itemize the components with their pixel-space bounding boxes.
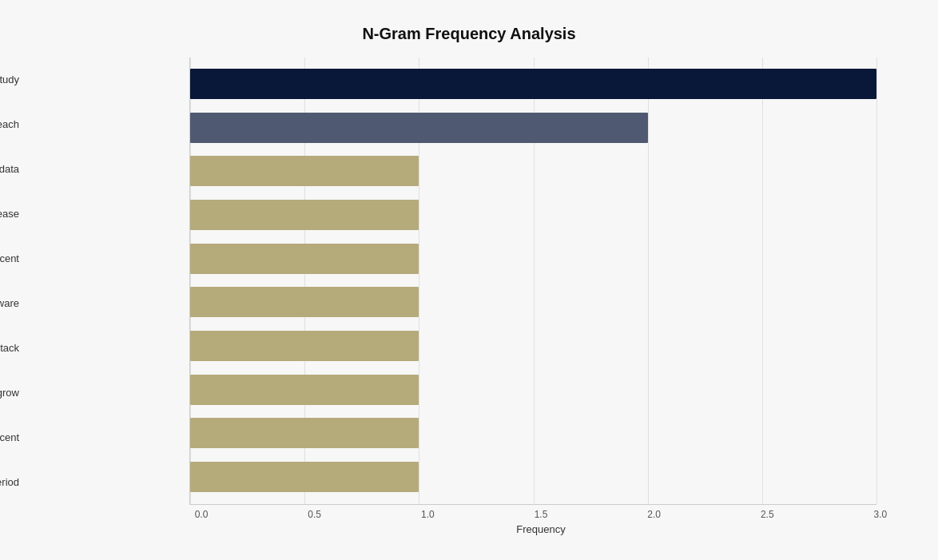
grid-line: [876, 58, 877, 504]
chart-container: N-Gram Frequency Analysis read case stud…: [14, 9, 924, 552]
x-tick-label: 3.0: [868, 509, 892, 520]
x-tick-label: 0.0: [189, 509, 213, 520]
y-label: read case study: [0, 58, 26, 102]
x-tick-label: 2.5: [755, 509, 779, 520]
bar-row: [190, 367, 876, 411]
y-axis-labels: read case studyhealthcare data breachhas…: [0, 58, 26, 505]
bar: [190, 418, 419, 448]
y-label: percent ransomware attack: [0, 326, 26, 371]
y-label: healthcare data breach: [0, 102, 26, 147]
bar: [190, 244, 419, 274]
bar: [190, 69, 876, 99]
bar-row: [190, 236, 876, 280]
x-tick-label: 1.0: [415, 509, 439, 520]
chart-area: [189, 58, 876, 505]
y-label: attack grow percent: [0, 415, 26, 460]
x-tick-label: 1.5: [529, 509, 553, 520]
bar: [190, 287, 419, 317]
bar-row: [190, 324, 876, 368]
y-label: ransomware attack grow: [0, 371, 26, 415]
bar-row: [190, 411, 876, 455]
bar: [190, 113, 648, 143]
x-tick-label: 2.0: [642, 509, 666, 520]
y-label: increase percent ransomware: [0, 281, 26, 326]
y-label: hash healthcare data: [0, 147, 26, 192]
bar-row: [190, 280, 876, 324]
bar-row: [190, 105, 876, 149]
bar-row: [190, 62, 876, 106]
chart-title: N-Gram Frequency Analysis: [30, 25, 908, 43]
bar: [190, 375, 419, 405]
bar-row: [190, 193, 876, 237]
bar-row: [190, 149, 876, 193]
bar: [190, 156, 419, 186]
x-axis-title: Frequency: [189, 523, 892, 535]
bars-wrapper: [190, 58, 876, 504]
bar: [190, 462, 419, 492]
y-label: data breach increase: [0, 192, 26, 236]
bar-row: [190, 455, 876, 499]
x-axis: 0.00.51.01.52.02.53.0: [189, 509, 892, 520]
y-label: grow percent period: [0, 460, 26, 505]
bar: [190, 200, 419, 230]
x-tick-label: 0.5: [303, 509, 327, 520]
y-label: breach increase percent: [0, 236, 26, 281]
bar: [190, 331, 419, 361]
